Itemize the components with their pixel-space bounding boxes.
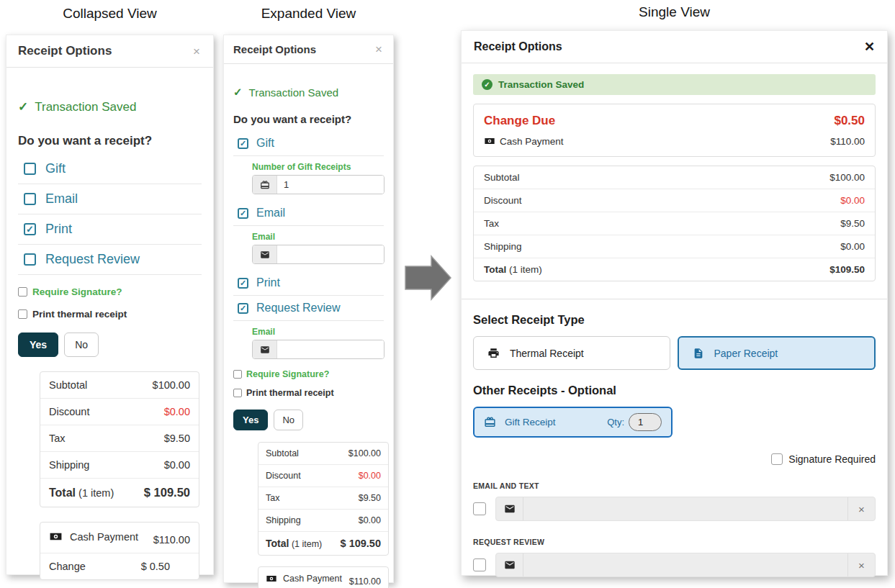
option-row-print[interactable]: Print (233, 271, 384, 296)
email-input[interactable] (277, 245, 384, 263)
signature-required-row[interactable]: Signature Required (473, 453, 876, 465)
receipt-question: Do you want a receipt? (18, 134, 202, 148)
modal-title: Receipt Options (233, 43, 316, 55)
clear-icon[interactable]: × (847, 497, 875, 520)
require-signature-label: Require Signature? (32, 286, 122, 297)
modal-body: ✓ Transaction Saved Do you want a receip… (6, 99, 213, 580)
email-enable-checkbox[interactable] (473, 502, 486, 515)
clear-icon[interactable]: × (847, 553, 875, 576)
no-button[interactable]: No (64, 333, 99, 357)
request-review-label: Request Review (45, 252, 140, 267)
table-row: Discount $0.00 (474, 189, 875, 212)
table-row: Tax $9.50 (40, 425, 199, 452)
payment-amount: $110.00 (830, 136, 865, 147)
option-row-print[interactable]: Print (18, 214, 202, 245)
discount-value: $0.00 (840, 195, 865, 206)
request-review-row: × (473, 553, 876, 577)
email-and-text-row: × (473, 497, 876, 521)
qty-label: Qty: (607, 417, 624, 428)
banner-text: Transaction Saved (498, 79, 584, 90)
require-signature-checkbox[interactable] (18, 287, 27, 297)
total-value: $ 109.50 (144, 486, 190, 499)
gift-checkbox[interactable] (24, 163, 36, 175)
gift-checkbox[interactable] (238, 138, 248, 149)
request-review-checkbox[interactable] (24, 253, 36, 266)
review-email-input[interactable] (277, 340, 384, 358)
table-row: Subtotal $100.00 (474, 166, 875, 189)
email-checkbox[interactable] (238, 208, 248, 219)
email-and-text-input[interactable] (523, 497, 847, 520)
review-enable-checkbox[interactable] (473, 558, 486, 571)
modal-body: ✓ Transaction Saved Do you want a receip… (224, 86, 393, 588)
option-row-email[interactable]: Email (233, 201, 384, 226)
review-email-input-group (252, 340, 384, 359)
total-row: Total (1 item) $109.50 (474, 258, 875, 281)
thermal-receipt-button[interactable]: Thermal Receipt (473, 336, 670, 370)
modal-title: Receipt Options (474, 40, 562, 53)
expanded-view-title: Expanded View (223, 6, 394, 22)
request-review-label: Request Review (256, 302, 341, 315)
review-email-label: Email (252, 327, 384, 337)
table-row: Subtotal $100.00 (40, 372, 199, 399)
option-row-request-review[interactable]: Request Review (233, 296, 384, 321)
require-signature-checkbox[interactable] (233, 370, 242, 379)
shipping-label: Shipping (484, 241, 522, 252)
payment-method-label: Cash Payment (283, 574, 342, 584)
change-row: Change $ 0.50 (40, 553, 199, 579)
require-signature-row[interactable]: Require Signature? (18, 286, 202, 297)
close-icon[interactable]: ✕ (864, 40, 875, 53)
cash-payment-row: Cash Payment $110.00 (474, 132, 875, 156)
paper-receipt-button[interactable]: Paper Receipt (678, 336, 876, 370)
gift-count-input[interactable] (277, 176, 384, 194)
print-checkbox[interactable] (238, 278, 248, 289)
select-receipt-type-heading: Select Receipt Type (473, 313, 876, 327)
yes-button[interactable]: Yes (233, 410, 268, 430)
print-thermal-checkbox[interactable] (233, 389, 242, 397)
discount-label: Discount (266, 471, 301, 481)
gift-qty-input[interactable] (629, 413, 662, 431)
print-checkbox[interactable] (24, 223, 36, 235)
tax-label: Tax (484, 218, 499, 229)
request-review-section-label: REQUEST REVIEW (473, 538, 876, 546)
no-button[interactable]: No (274, 410, 303, 430)
modal-body: ✓ Transaction Saved Change Due $0.50 Cas… (462, 74, 887, 588)
gift-label: Gift (256, 137, 274, 150)
option-row-email[interactable]: Email (18, 184, 202, 214)
gift-count-label: Number of Gift Receipts (252, 162, 384, 172)
print-thermal-row[interactable]: Print thermal receipt (233, 388, 384, 398)
cash-icon (266, 573, 277, 584)
option-row-gift[interactable]: Gift (18, 154, 202, 184)
payment-table: Cash Payment $110.00 Change $ 0.50 (258, 566, 389, 588)
option-row-request-review[interactable]: Request Review (18, 245, 202, 275)
table-row: Shipping $0.00 (258, 510, 388, 532)
signature-required-checkbox[interactable] (771, 453, 783, 465)
yes-no-buttons: Yes No (18, 333, 202, 357)
close-icon[interactable]: × (375, 43, 382, 55)
print-thermal-row[interactable]: Print thermal receipt (18, 309, 202, 320)
change-due-value: $0.50 (834, 114, 865, 128)
close-icon[interactable]: × (193, 45, 200, 58)
change-value: $ 0.50 (141, 561, 170, 572)
request-review-input[interactable] (523, 553, 847, 576)
check-icon: ✓ (233, 86, 243, 99)
request-review-checkbox[interactable] (238, 303, 248, 314)
require-signature-row[interactable]: Require Signature? (233, 369, 384, 379)
order-summary-table: Subtotal $100.00 Discount $0.00 Tax $9.5… (40, 371, 199, 507)
email-and-text-section-label: EMAIL AND TEXT (473, 481, 876, 490)
paper-receipt-label: Paper Receipt (714, 348, 778, 359)
gift-count-input-group (252, 175, 384, 194)
yes-button[interactable]: Yes (18, 333, 58, 357)
change-due-label: Change Due (484, 114, 555, 128)
status-text: Transaction Saved (35, 100, 136, 114)
thermal-receipt-label: Thermal Receipt (510, 348, 584, 359)
receipt-question: Do you want a receipt? (233, 113, 384, 125)
print-thermal-label: Print thermal receipt (32, 309, 127, 320)
print-thermal-checkbox[interactable] (18, 309, 27, 319)
discount-value: $0.00 (359, 471, 381, 481)
option-row-gift[interactable]: Gift (233, 131, 384, 156)
gift-receipt-label: Gift Receipt (505, 417, 556, 428)
transaction-saved-banner: ✓ Transaction Saved (473, 74, 876, 95)
gift-receipt-button[interactable]: Gift Receipt Qty: (473, 407, 673, 438)
email-input-group: × (495, 497, 876, 521)
email-checkbox[interactable] (24, 193, 36, 205)
